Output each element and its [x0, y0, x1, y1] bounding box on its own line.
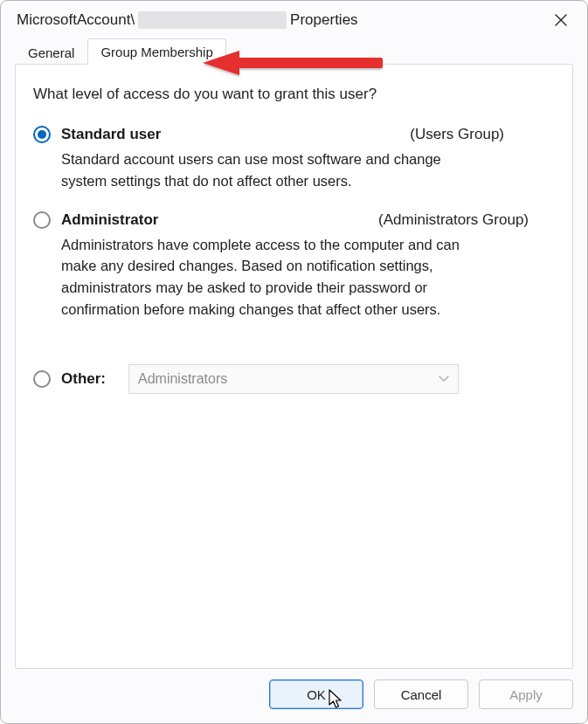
other-group-combo[interactable]: Administrators: [128, 364, 459, 394]
properties-dialog: MicrosoftAccount\ Properties General Gro…: [0, 0, 588, 724]
radio-standard[interactable]: [33, 126, 51, 143]
option-standard: Standard user (Users Group) Standard acc…: [33, 126, 555, 192]
desc-administrator: Administrators have complete access to t…: [61, 234, 489, 321]
desc-standard: Standard account users can use most soft…: [61, 148, 489, 192]
titlebar: MicrosoftAccount\ Properties: [1, 1, 587, 38]
group-administrator: (Administrators Group): [378, 211, 555, 229]
ok-button[interactable]: OK: [269, 679, 363, 709]
label-other: Other:: [61, 370, 106, 388]
close-icon: [555, 14, 567, 26]
tabstrip: General Group Membership: [1, 38, 587, 64]
apply-button[interactable]: Apply: [479, 679, 573, 709]
label-standard: Standard user: [61, 126, 161, 143]
tab-panel: What level of access do you want to gran…: [15, 64, 573, 669]
dialog-footer: OK Cancel Apply: [1, 679, 587, 723]
radio-other[interactable]: [33, 370, 51, 388]
redacted-account-name: [138, 11, 287, 29]
close-button[interactable]: [549, 8, 573, 32]
title-prefix: MicrosoftAccount\: [17, 11, 135, 29]
option-other: Other: Administrators: [33, 364, 555, 394]
radio-administrator[interactable]: [33, 211, 51, 229]
title-suffix: Properties: [290, 11, 357, 29]
tab-general[interactable]: General: [15, 39, 87, 65]
option-administrator: Administrator (Administrators Group) Adm…: [33, 211, 555, 321]
label-administrator: Administrator: [61, 211, 158, 229]
cancel-button[interactable]: Cancel: [374, 679, 468, 709]
access-prompt: What level of access do you want to gran…: [33, 86, 555, 103]
tab-group-membership[interactable]: Group Membership: [87, 38, 225, 65]
combo-value: Administrators: [138, 371, 227, 387]
chevron-down-icon: [439, 373, 449, 385]
group-standard: (Users Group): [410, 126, 555, 143]
